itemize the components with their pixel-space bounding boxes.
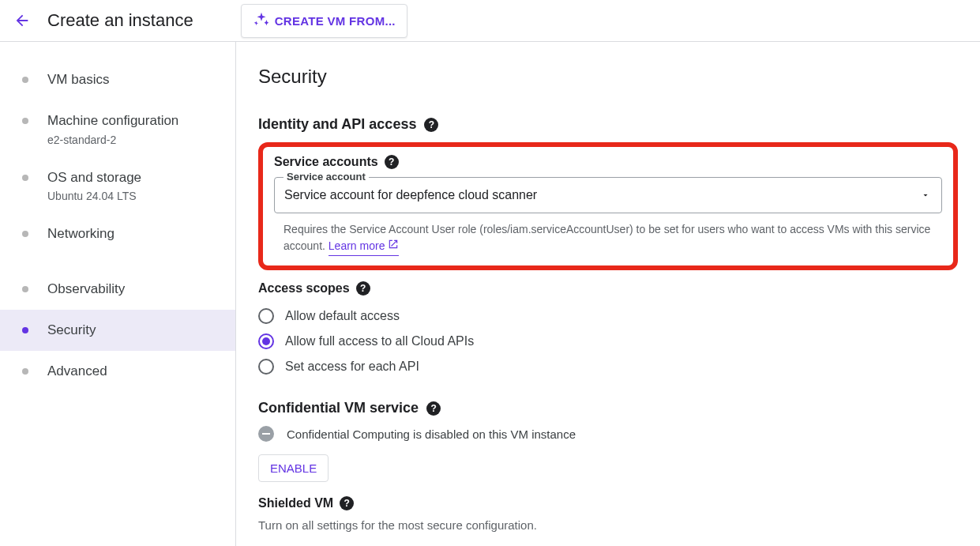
field-legend: Service account: [283, 171, 369, 183]
link-label: Learn more: [329, 238, 385, 254]
service-account-help-text: Requires the Service Account User role (…: [274, 221, 942, 256]
radio-label: Set access for each API: [285, 360, 419, 374]
disabled-icon: [258, 426, 274, 442]
arrow-left-icon: [13, 12, 31, 29]
shielded-description: Turn on all settings for the most secure…: [258, 518, 958, 532]
sidebar-item-label: Security: [47, 321, 96, 340]
create-vm-from-button[interactable]: CREATE VM FROM...: [241, 4, 407, 38]
heading-identity-api-access: Identity and API access ?: [258, 116, 958, 133]
heading-label: Shielded VM: [258, 496, 333, 510]
sidebar-item-observability[interactable]: Observability: [0, 269, 235, 310]
heading-access-scopes: Access scopes ?: [258, 281, 958, 296]
sidebar-item-machine-configuration[interactable]: Machine configuration e2-standard-2: [0, 100, 235, 157]
create-vm-from-label: CREATE VM FROM...: [275, 14, 396, 28]
bullet-icon: [22, 175, 28, 181]
external-link-icon: [388, 238, 399, 254]
bullet-icon: [22, 77, 28, 83]
help-icon[interactable]: ?: [385, 155, 399, 169]
sidebar-item-label: VM basics: [47, 70, 109, 89]
bullet-icon: [22, 327, 28, 333]
heading-label: Identity and API access: [258, 116, 416, 133]
radio-set-access-each-api[interactable]: Set access for each API: [258, 354, 958, 379]
radio-allow-full-access[interactable]: Allow full access to all Cloud APIs: [258, 329, 958, 354]
bullet-icon: [22, 231, 28, 237]
help-icon[interactable]: ?: [356, 281, 370, 296]
sparkle-icon: [253, 11, 270, 31]
sidebar: VM basics Machine configuration e2-stand…: [0, 42, 236, 546]
sidebar-item-sublabel: Ubuntu 24.04 LTS: [47, 190, 141, 202]
sidebar-item-security[interactable]: Security: [0, 310, 235, 351]
help-icon[interactable]: ?: [426, 401, 441, 416]
sidebar-spacer: [0, 254, 235, 269]
help-icon[interactable]: ?: [424, 118, 438, 132]
confidential-status-row: Confidential Computing is disabled on th…: [258, 426, 958, 442]
back-button[interactable]: [11, 9, 33, 32]
page-title: Create an instance: [47, 10, 193, 31]
bullet-icon: [22, 118, 28, 124]
heading-label: Service accounts: [274, 155, 378, 169]
annotation-highlight-service-accounts: Service accounts ? Service account Servi…: [258, 142, 958, 270]
service-account-field: Service account Service account for deep…: [274, 177, 942, 213]
enable-label: ENABLE: [270, 461, 317, 475]
sidebar-item-advanced[interactable]: Advanced: [0, 351, 235, 392]
learn-more-link[interactable]: Learn more: [329, 238, 400, 256]
sidebar-item-vm-basics[interactable]: VM basics: [0, 59, 235, 100]
service-account-select[interactable]: Service account for deepfence cloud scan…: [274, 177, 942, 213]
sidebar-item-label: OS and storage: [47, 168, 141, 187]
heading-label: Access scopes: [258, 281, 350, 296]
heading-label: Confidential VM service: [258, 400, 419, 416]
sidebar-item-label: Networking: [47, 224, 115, 243]
sidebar-item-sublabel: e2-standard-2: [47, 134, 178, 146]
enable-button[interactable]: ENABLE: [258, 454, 329, 482]
bullet-icon: [22, 368, 28, 375]
radio-icon: [258, 359, 274, 375]
confidential-status-text: Confidential Computing is disabled on th…: [287, 427, 576, 441]
radio-label: Allow default access: [285, 309, 400, 323]
main-panel: Security Identity and API access ? Servi…: [236, 42, 980, 546]
sidebar-item-label: Advanced: [47, 362, 107, 381]
radio-icon: [258, 333, 274, 349]
heading-service-accounts: Service accounts ?: [274, 155, 942, 169]
bullet-icon: [22, 286, 28, 292]
radio-label: Allow full access to all Cloud APIs: [285, 334, 474, 348]
help-icon[interactable]: ?: [340, 496, 354, 510]
radio-allow-default-access[interactable]: Allow default access: [258, 303, 958, 329]
sidebar-item-label: Observability: [47, 280, 125, 299]
sidebar-item-networking[interactable]: Networking: [0, 213, 235, 254]
top-bar: Create an instance CREATE VM FROM...: [0, 0, 980, 42]
chevron-down-icon: [921, 190, 930, 200]
radio-icon: [258, 308, 274, 324]
select-value: Service account for deepfence cloud scan…: [284, 188, 537, 202]
sidebar-item-os-storage[interactable]: OS and storage Ubuntu 24.04 LTS: [0, 157, 235, 214]
heading-shielded-vm: Shielded VM ?: [258, 496, 958, 510]
sidebar-item-label: Machine configuration: [47, 111, 178, 130]
heading-confidential-vm: Confidential VM service ?: [258, 400, 958, 416]
section-heading-security: Security: [258, 66, 958, 88]
access-scopes-radio-group: Allow default access Allow full access t…: [258, 303, 958, 379]
